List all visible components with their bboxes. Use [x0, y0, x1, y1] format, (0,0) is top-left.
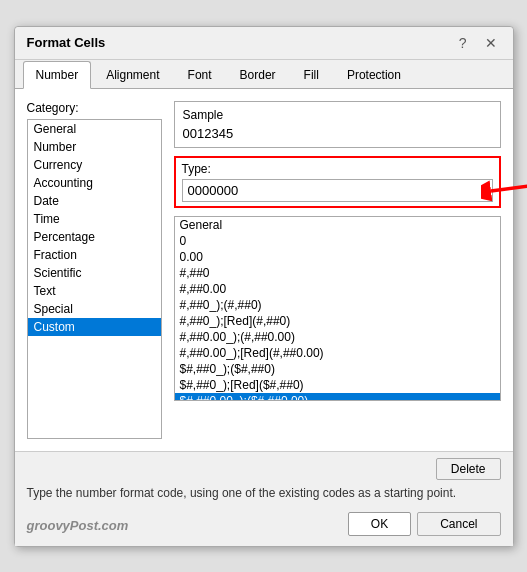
- category-item-custom[interactable]: Custom: [28, 318, 161, 336]
- close-button[interactable]: ✕: [481, 35, 501, 51]
- format-cells-dialog: Format Cells ? ✕ Number Alignment Font B…: [14, 26, 514, 547]
- category-panel: Category: General Number Currency Accoun…: [27, 101, 162, 439]
- format-item-3[interactable]: #,##0.00_);(#,##0.00): [175, 329, 500, 345]
- category-item-special[interactable]: Special: [28, 300, 161, 318]
- format-item-0[interactable]: 0: [175, 233, 500, 249]
- tab-number[interactable]: Number: [23, 61, 92, 89]
- bottom-section: Delete Type the number format code, usin…: [15, 451, 513, 546]
- action-buttons: OK Cancel: [128, 512, 500, 536]
- format-item-hash0[interactable]: #,##0: [175, 265, 500, 281]
- tab-bar: Number Alignment Font Border Fill Protec…: [15, 60, 513, 89]
- type-section: Type:: [174, 156, 501, 208]
- format-item-4[interactable]: #,##0.00_);[Red](#,##0.00): [175, 345, 500, 361]
- category-item-accounting[interactable]: Accounting: [28, 174, 161, 192]
- help-button[interactable]: ?: [455, 35, 471, 51]
- ok-cancel-row: groovyPost.com OK Cancel: [27, 508, 501, 540]
- tab-protection[interactable]: Protection: [334, 61, 414, 89]
- cancel-button[interactable]: Cancel: [417, 512, 500, 536]
- type-input[interactable]: [182, 179, 493, 202]
- format-item-general[interactable]: General: [175, 217, 500, 233]
- delete-button[interactable]: Delete: [436, 458, 501, 480]
- format-item-hash0.00[interactable]: #,##0.00: [175, 281, 500, 297]
- category-item-date[interactable]: Date: [28, 192, 161, 210]
- category-item-currency[interactable]: Currency: [28, 156, 161, 174]
- tab-fill[interactable]: Fill: [291, 61, 332, 89]
- main-content: Category: General Number Currency Accoun…: [15, 89, 513, 451]
- category-item-time[interactable]: Time: [28, 210, 161, 228]
- category-section: Category: General Number Currency Accoun…: [27, 101, 501, 439]
- svg-line-1: [491, 181, 528, 191]
- title-bar-controls: ? ✕: [455, 35, 501, 51]
- format-item-0.00[interactable]: 0.00: [175, 249, 500, 265]
- category-item-percentage[interactable]: Percentage: [28, 228, 161, 246]
- sample-label: Sample: [183, 108, 492, 122]
- watermark: groovyPost.com: [27, 518, 129, 533]
- format-item-6[interactable]: $#,##0_);[Red]($#,##0): [175, 377, 500, 393]
- dialog-title: Format Cells: [27, 35, 106, 50]
- category-item-general[interactable]: General: [28, 120, 161, 138]
- format-item-5[interactable]: $#,##0_);($#,##0): [175, 361, 500, 377]
- category-list-container: General Number Currency Accounting Date …: [27, 119, 162, 439]
- category-item-fraction[interactable]: Fraction: [28, 246, 161, 264]
- category-item-text[interactable]: Text: [28, 282, 161, 300]
- delete-row: Delete: [27, 458, 501, 480]
- category-item-scientific[interactable]: Scientific: [28, 264, 161, 282]
- format-item-2[interactable]: #,##0_);[Red](#,##0): [175, 313, 500, 329]
- format-list-container: General 0 0.00 #,##0 #,##0.00 #,##0_);(#…: [174, 216, 501, 401]
- format-item-7[interactable]: $#,##0.00_);($#,##0.00): [175, 393, 500, 401]
- tab-alignment[interactable]: Alignment: [93, 61, 172, 89]
- format-list: General 0 0.00 #,##0 #,##0.00 #,##0_);(#…: [175, 217, 500, 401]
- sample-area: Sample 0012345: [174, 101, 501, 148]
- red-arrow-icon: [481, 166, 528, 206]
- tab-font[interactable]: Font: [175, 61, 225, 89]
- sample-value: 0012345: [183, 126, 492, 141]
- tab-border[interactable]: Border: [227, 61, 289, 89]
- category-label: Category:: [27, 101, 162, 115]
- ok-button[interactable]: OK: [348, 512, 411, 536]
- type-area: Type:: [174, 156, 501, 208]
- right-panel: Sample 0012345 Type:: [174, 101, 501, 439]
- title-bar: Format Cells ? ✕: [15, 27, 513, 60]
- format-item-1[interactable]: #,##0_);(#,##0): [175, 297, 500, 313]
- category-item-number[interactable]: Number: [28, 138, 161, 156]
- hint-text: Type the number format code, using one o…: [27, 486, 501, 500]
- category-list: General Number Currency Accounting Date …: [28, 120, 161, 336]
- type-label: Type:: [182, 162, 493, 176]
